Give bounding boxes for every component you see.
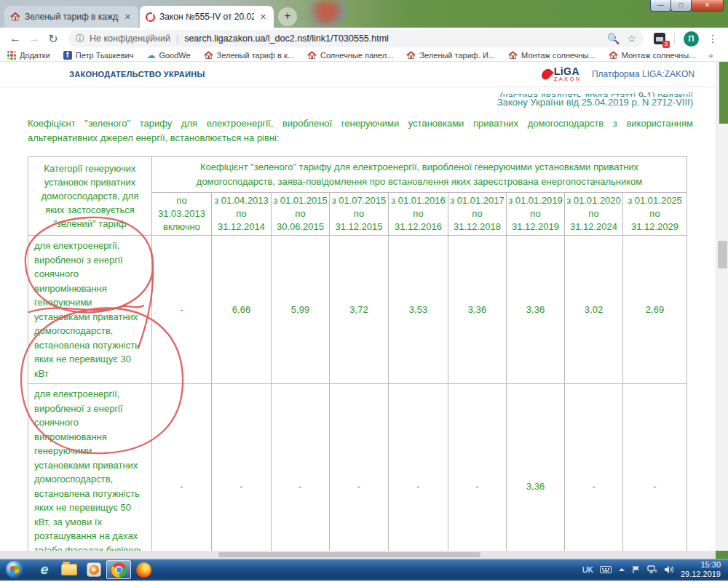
period-header: з 01.01.2020 по 31.12.2024 — [565, 193, 623, 236]
scroll-thumb[interactable] — [718, 241, 727, 268]
profile-avatar[interactable]: П — [684, 31, 699, 47]
liga-zakon-logo[interactable]: LiGA ZAKON — [542, 66, 582, 82]
row-category: для електроенергії, виробленої з енергії… — [28, 236, 152, 384]
taskbar-chrome-active[interactable] — [106, 560, 131, 579]
taskbar: e UK 15:30 29.12.2019 — [0, 559, 728, 581]
bookmark-apps[interactable]: Додатки — [7, 51, 50, 60]
table-row: для електроенергії, виробленої з енергії… — [28, 384, 687, 559]
new-tab-button[interactable]: + — [278, 7, 297, 26]
logo-zakon-text: ZAKON — [554, 76, 582, 82]
start-button[interactable] — [6, 561, 23, 578]
bookmark-star-icon[interactable]: ☆ — [627, 33, 636, 44]
close-button[interactable]: ✕ — [691, 0, 724, 12]
ref-line-clipped: (частина двадцять друга статті 9-1) реда… — [28, 90, 693, 97]
browser-toolbar: ← → ↻ ⓘ Не конфіденційний | search.ligaz… — [0, 28, 728, 49]
row-value: 2,69 — [623, 236, 687, 384]
zoom-icon[interactable]: 🔍 — [607, 33, 620, 44]
intro-paragraph: Коефіцієнт "зеленого" тарифу для електро… — [28, 116, 693, 146]
windows-logo-icon — [10, 565, 20, 573]
extension-icon[interactable]: 3 — [654, 33, 665, 44]
address-separator: | — [176, 33, 178, 44]
taskbar-clock[interactable]: 15:30 29.12.2019 — [681, 560, 721, 579]
tab-green-tariff[interactable]: Зеленый тариф в каждый дом - ✕ — [4, 6, 138, 28]
bookmark-item[interactable]: Зеленый тариф. И... — [406, 51, 495, 60]
bookmark-item[interactable]: Монтаж солнечны... — [508, 51, 596, 60]
cloud-icon: ☁ — [146, 50, 155, 60]
media-player-icon — [87, 562, 101, 577]
network-icon[interactable] — [647, 565, 657, 574]
reload-icon[interactable]: ↻ — [44, 32, 63, 46]
row-value: - — [565, 384, 623, 559]
time: 15:30 — [681, 560, 721, 570]
row-value: 6,66 — [212, 236, 272, 384]
row-value: - — [212, 384, 272, 559]
taskbar-media-player[interactable] — [82, 560, 106, 579]
minimize-button[interactable]: — — [650, 0, 671, 12]
menu-icon[interactable]: ⋮ — [703, 33, 722, 44]
row-value: - — [389, 384, 448, 559]
period-header: по 31.03.2013 включно — [152, 193, 212, 236]
tab-close-icon[interactable]: ✕ — [258, 12, 268, 22]
logo-liga-text: LiGA — [554, 66, 582, 76]
platform-link[interactable]: Платформа LIGA:ZAKON — [592, 69, 695, 79]
bookmark-item[interactable]: Солнечные панел... — [307, 51, 393, 60]
bookmark-item[interactable]: f Петр Тышкевич — [63, 51, 134, 60]
taskbar-firefox[interactable] — [131, 560, 156, 579]
action-center-flag-icon[interactable] — [632, 565, 641, 574]
window-frame: Зеленый тариф в каждый дом - ✕ Закон №55… — [0, 0, 728, 28]
bookmark-label: Зеленый тариф в к... — [217, 51, 294, 60]
window-controls: — □ ✕ — [651, 0, 724, 12]
bookmark-item[interactable]: Монтаж солнечны... — [609, 51, 696, 60]
house-icon — [508, 51, 518, 60]
period-header: з 01.01.2016 по 31.12.2016 — [389, 193, 448, 236]
wallpaper-blob — [312, 1, 349, 25]
bookmark-label: Додатки — [20, 51, 50, 60]
bookmark-item[interactable]: ☁ GoodWe — [146, 50, 190, 60]
folder-icon — [61, 564, 77, 575]
bookmark-label: Зеленый тариф. И... — [419, 51, 495, 60]
toolbar-divider — [674, 33, 675, 44]
site-section-title[interactable]: ЗАКОНОДАТЕЛЬСТВО УКРАИНЫ — [69, 70, 205, 79]
bookmark-label: Солнечные панел... — [320, 51, 393, 60]
forward-icon[interactable]: → — [25, 32, 44, 45]
bookmarks-bar: Додатки f Петр Тышкевич ☁ GoodWe Зеленый… — [0, 49, 728, 62]
frame-edge — [719, 62, 728, 124]
period-header: з 01.01.2025 по 31.12.2029 — [623, 193, 687, 236]
tab-title: Зеленый тариф в каждый дом - — [25, 12, 119, 22]
address-bar[interactable]: ⓘ Не конфіденційний | search.ligazakon.u… — [68, 30, 644, 47]
scroll-thumb[interactable] — [218, 552, 480, 557]
house-icon — [204, 51, 213, 60]
back-icon[interactable]: ← — [6, 32, 25, 45]
vertical-scrollbar[interactable]: ▲ ▼ — [716, 62, 728, 559]
frame-corner — [716, 551, 728, 559]
period-header: з 01.07.2015 по 31.12.2015 — [330, 193, 389, 236]
bookmark-item[interactable]: Зеленый тариф в к... — [204, 51, 294, 60]
date: 29.12.2019 — [681, 570, 721, 579]
tab-title: Закон №555-IV от 20.02.2003, П — [159, 12, 254, 22]
tab-close-icon[interactable]: ✕ — [123, 12, 132, 22]
taskbar-ie[interactable]: e — [32, 560, 57, 579]
url-text: search.ligazakon.ua/l_doc2.nsf/link1/T03… — [184, 33, 600, 44]
bookmarks-overflow-icon[interactable]: » — [708, 51, 713, 60]
system-tray: UK 15:30 29.12.2019 — [582, 560, 728, 579]
period-header: з 01.04.2013 по 31.12.2014 — [212, 193, 272, 236]
house-icon — [307, 51, 317, 60]
taskbar-explorer[interactable] — [57, 560, 82, 579]
show-hidden-icons[interactable] — [618, 567, 625, 572]
tab-zakon-555[interactable]: Закон №555-IV от 20.02.2003, П ✕ — [140, 6, 274, 28]
document-content: (частина двадцять друга статті 9-1) реда… — [0, 87, 728, 559]
house-icon — [609, 51, 618, 60]
speaker-icon[interactable] — [664, 565, 674, 574]
chrome-icon — [111, 562, 127, 578]
language-indicator[interactable]: UK — [582, 565, 593, 574]
period-header: з 01.01.2015 по 30.06.2015 — [272, 193, 330, 236]
table-header-category: Категорії генеруючих установок приватних… — [28, 157, 152, 236]
info-icon[interactable]: ⓘ — [76, 33, 84, 45]
keyboard-icon[interactable] — [600, 566, 612, 573]
horizontal-scrollbar[interactable] — [0, 551, 716, 559]
row-value: 3,36 — [448, 236, 507, 384]
tariff-table: Категорії генеруючих установок приватних… — [28, 156, 687, 559]
row-value: 3,72 — [330, 236, 389, 384]
period-header: з 01.01.2017 по 31.12.2018 — [448, 193, 507, 236]
maximize-button[interactable]: □ — [670, 0, 692, 12]
